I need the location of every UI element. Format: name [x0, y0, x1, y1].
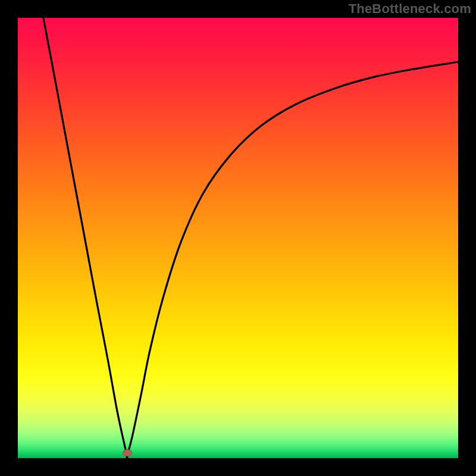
optimum-marker [123, 449, 132, 456]
watermark-text: TheBottleneck.com [349, 1, 471, 17]
chart-frame: TheBottleneck.com [0, 0, 476, 476]
curve-path [43, 18, 458, 458]
plot-area [18, 18, 458, 458]
bottleneck-curve [18, 18, 458, 458]
